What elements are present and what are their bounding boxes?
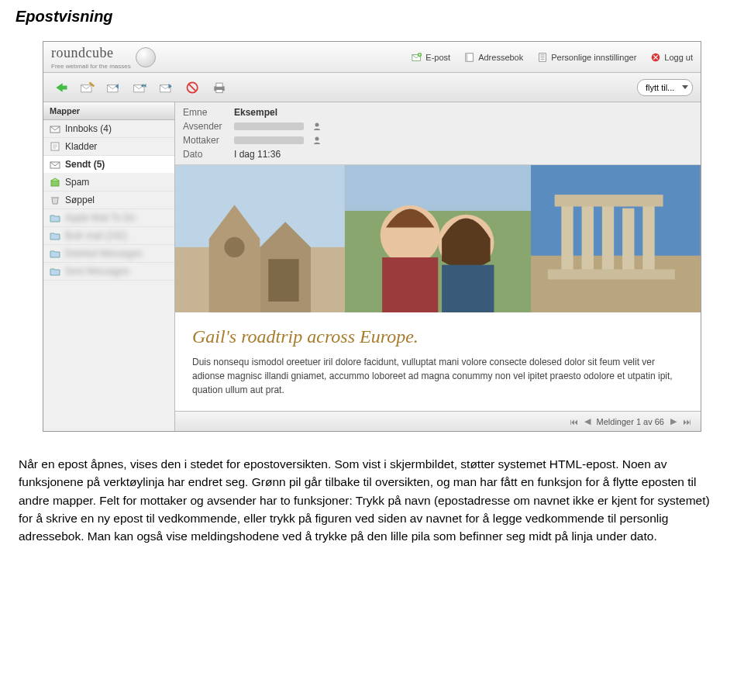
folder-label: Spam [65, 177, 89, 188]
folder-label: Bulk mail (242) [65, 230, 127, 241]
post-title: Gail's roadtrip across Europe. [175, 312, 701, 352]
back-button[interactable] [51, 79, 71, 96]
svg-rect-3 [466, 53, 468, 61]
document-title: Epostvisning [16, 8, 728, 26]
svg-rect-25 [175, 165, 345, 247]
spam-icon [50, 178, 60, 187]
date-value: I dag 11:36 [234, 149, 281, 160]
move-to-select[interactable]: flytt til... [637, 79, 693, 96]
svg-rect-40 [582, 202, 594, 273]
date-label: Dato [183, 149, 228, 160]
delete-button[interactable] [183, 79, 203, 96]
svg-point-23 [315, 123, 319, 127]
svg-rect-42 [622, 209, 634, 273]
folder-item[interactable]: Sent Messages [43, 263, 174, 281]
reply-button[interactable] [104, 79, 124, 96]
arrow-left-icon [53, 81, 69, 95]
sidebar-header: Mapper [43, 102, 174, 120]
svg-rect-43 [643, 205, 655, 272]
folder-item[interactable]: Innboks (4) [43, 120, 174, 138]
folder-label: Apple Mail To Do [65, 212, 136, 223]
nav-settings[interactable]: Personlige innstillinger [537, 52, 636, 63]
photo-row [175, 165, 701, 312]
folder-item[interactable]: Apple Mail To Do [43, 209, 174, 227]
draft-icon [50, 142, 60, 151]
reply-icon [106, 81, 122, 95]
compose-button[interactable] [78, 79, 98, 96]
folder-item[interactable]: Kladder [43, 138, 174, 156]
folder-item[interactable]: Deleted Messages [43, 245, 174, 263]
app-screenshot: roundcube Free webmail for the masses E-… [43, 41, 701, 432]
svg-rect-38 [531, 256, 701, 312]
svg-rect-36 [442, 265, 494, 312]
logout-icon [650, 52, 661, 63]
add-contact-from-icon[interactable] [313, 122, 322, 131]
print-icon [212, 81, 227, 95]
pager-prev-icon[interactable]: ◀ [584, 416, 591, 426]
to-label: Mottaker [183, 135, 228, 146]
message-headers: Emne Eksempel Avsender Mottaker [175, 102, 701, 165]
top-nav: E-post Adressebok Personlige innstilling… [412, 52, 693, 63]
svg-rect-6 [541, 57, 545, 57]
nav-logout[interactable]: Logg ut [650, 52, 693, 63]
folder-item[interactable]: Bulk mail (242) [43, 227, 174, 245]
print-button[interactable] [209, 79, 229, 96]
brand: roundcube Free webmail for the masses [51, 45, 156, 70]
toolbar: flytt til... [43, 73, 701, 102]
photo-people [345, 165, 532, 312]
brand-name: roundcube [51, 45, 131, 61]
brand-tagline: Free webmail for the masses [51, 63, 131, 70]
pager-first-icon[interactable]: ⏮ [570, 417, 578, 426]
svg-rect-34 [382, 257, 438, 312]
nav-settings-label: Personlige innstillinger [551, 53, 636, 62]
from-label: Avsender [183, 121, 228, 132]
pager-last-icon[interactable]: ⏭ [683, 417, 691, 426]
app-body: Mapper Innboks (4)KladderSendt (5)SpamSø… [43, 102, 701, 431]
folder-icon [50, 249, 60, 258]
reply-all-button[interactable] [130, 79, 150, 96]
pager-text: Meldinger 1 av 66 [597, 417, 664, 426]
svg-rect-21 [51, 181, 59, 186]
pager-next-icon[interactable]: ▶ [670, 416, 677, 426]
folder-item[interactable]: Sendt (5) [43, 156, 174, 174]
svg-rect-5 [541, 54, 545, 55]
folder-label: Sent Messages [65, 266, 129, 277]
message-body: Gail's roadtrip across Europe. Duis nons… [175, 165, 701, 411]
nav-mail[interactable]: E-post [412, 52, 450, 63]
svg-rect-7 [541, 58, 545, 59]
folder-item[interactable]: Søppel [43, 191, 174, 209]
nav-logout-label: Logg ut [664, 53, 693, 62]
folder-label: Søppel [65, 195, 95, 205]
folder-item[interactable]: Spam [43, 174, 174, 191]
folder-label: Kladder [65, 141, 97, 152]
mail-plus-icon [412, 52, 422, 63]
svg-rect-32 [345, 165, 532, 211]
app-header: roundcube Free webmail for the masses E-… [43, 42, 701, 73]
nav-addressbook[interactable]: Adressebok [464, 52, 523, 63]
svg-rect-39 [562, 205, 574, 272]
svg-point-24 [315, 137, 319, 141]
subject-value: Eksempel [234, 107, 277, 118]
svg-rect-45 [548, 269, 675, 279]
forward-icon [159, 81, 174, 95]
description-paragraph: Når en epost åpnes, vises den i stedet f… [16, 455, 728, 545]
svg-point-29 [224, 237, 244, 257]
to-value-redacted[interactable] [234, 136, 304, 144]
add-contact-to-icon[interactable] [313, 136, 322, 145]
addressbook-icon [464, 52, 475, 63]
message-pane: Emne Eksempel Avsender Mottaker [175, 102, 701, 431]
svg-rect-17 [216, 89, 222, 92]
photo-cathedral [175, 165, 345, 312]
svg-rect-16 [216, 83, 222, 87]
from-value-redacted[interactable] [234, 122, 304, 130]
forward-button[interactable] [157, 79, 177, 96]
settings-icon [537, 52, 548, 63]
folder-icon [50, 267, 60, 276]
reply-all-icon [133, 81, 148, 95]
delete-icon [185, 81, 201, 95]
post-body: Duis nonsequ ismodol oreetuer iril dolor… [175, 352, 701, 411]
svg-rect-22 [51, 197, 59, 198]
svg-rect-9 [61, 85, 67, 89]
inbox-icon [50, 124, 60, 133]
svg-rect-37 [531, 165, 701, 256]
